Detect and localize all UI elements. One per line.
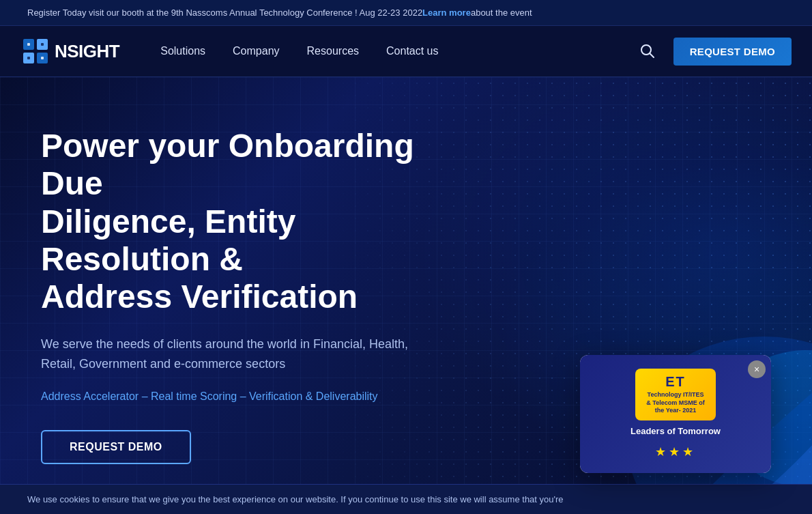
main-nav: NSIGHT Solutions Company Resources Conta… [0,26,812,77]
nav-contact[interactable]: Contact us [386,45,438,57]
hero-title: Power your Onboarding Due Diligence, Ent… [41,127,423,315]
cookie-bar: We use cookies to ensure that we give yo… [0,484,812,514]
nav-request-demo-button[interactable]: REQUEST DEMO [673,38,792,66]
svg-rect-6 [27,57,30,59]
svg-line-9 [650,53,654,57]
cookie-text: We use cookies to ensure that we give yo… [27,494,564,504]
nav-solutions[interactable]: Solutions [160,45,205,57]
search-icon [640,44,655,59]
logo-icon [20,36,50,66]
search-button[interactable] [635,39,660,63]
hero-section: Power your Onboarding Due Diligence, Ent… [0,77,812,514]
nav-company[interactable]: Company [233,45,279,57]
logo[interactable]: NSIGHT [20,36,119,66]
popup-logo-area: ET Technology IT/ITES& Telecom MSME ofth… [580,355,771,473]
popup-stars: ★★★ [655,444,696,459]
hero-feature-link[interactable]: Address Accelerator – Real time Scoring … [41,390,423,403]
hero-title-line1: Power your Onboarding Due [41,128,414,201]
announcement-text-before: Register Today visit our booth at the 9t… [27,8,422,18]
hero-title-line2: Diligence, Entity Resolution & [41,203,295,277]
svg-rect-5 [41,43,44,46]
hero-subtitle: We serve the needs of clients around the… [41,334,423,374]
nav-resources[interactable]: Resources [307,45,359,57]
announcement-bar: Register Today visit our booth at the 9t… [0,0,812,26]
logo-text: NSIGHT [55,41,119,62]
popup-close-button[interactable]: × [748,360,766,378]
hero-title-line3: Address Verification [41,279,358,315]
nav-links: Solutions Company Resources Contact us [160,45,635,57]
svg-rect-4 [27,43,30,46]
hero-content: Power your Onboarding Due Diligence, Ent… [0,127,464,464]
et-top-label: ET [665,374,686,390]
nav-right: REQUEST DEMO [635,38,792,66]
et-sub-label: Technology IT/ITES& Telecom MSME ofthe Y… [646,391,704,415]
popup-award-title: Leaders of Tomorrow [630,426,721,436]
et-badge: ET Technology IT/ITES& Telecom MSME ofth… [635,369,715,420]
announcement-text-after: about the event [471,8,532,18]
hero-request-demo-button[interactable]: REQUEST DEMO [41,430,191,464]
award-popup: × ET Technology IT/ITES& Telecom MSME of… [580,355,771,473]
svg-rect-7 [41,57,44,59]
learn-more-link[interactable]: Learn more [422,8,471,18]
